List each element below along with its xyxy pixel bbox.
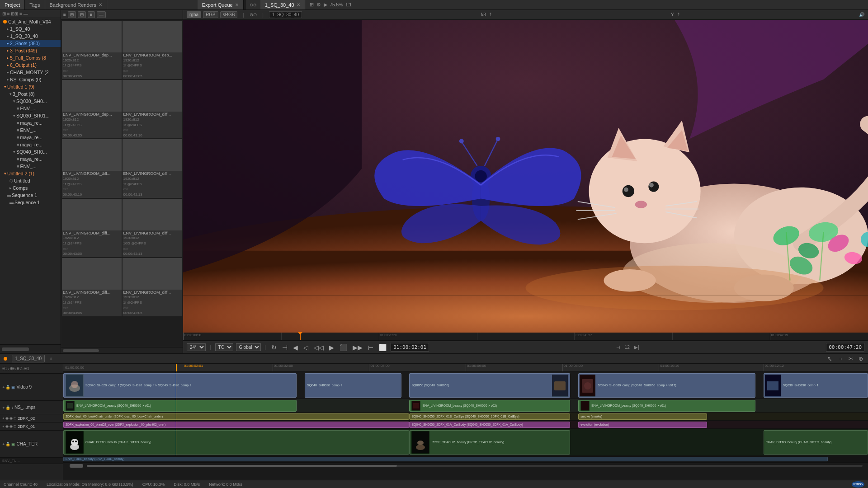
tree-env-a[interactable]: ■ ENV_... [0, 105, 61, 112]
thumb-item-3[interactable]: ENV_LIVINGROOM_dep... 1920x812 1f @24FPS… [62, 80, 122, 138]
btn-fullscreen[interactable]: ⬜ [377, 343, 388, 352]
thumb-item-6[interactable]: ENV_LIVINGROOM_diff... 1920x812 1f @24FP… [123, 139, 182, 197]
clip-char-3[interactable]: CHAR_DITTO_beauty (CHAR_DITTO_beauty) [764, 430, 868, 455]
tab-tags[interactable]: Tags [25, 0, 45, 9]
clip-v9-5[interactable]: SQ030_SH0190_comp_f [764, 373, 868, 398]
tree-sq40[interactable]: ▸ 1_SQ_40 [0, 25, 61, 33]
tree-maya4[interactable]: ■ maya_re... [0, 155, 61, 163]
clip-2dfx01-2[interactable]: SQ040_SH0050_2DFX_01A_CatBody (SQ040_SH0… [409, 422, 570, 428]
tree-output[interactable]: ▸ 6_Output (1) [0, 61, 61, 69]
tl-scroll-track[interactable] [87, 465, 863, 467]
timeline-close-btn[interactable]: ✕ [49, 357, 53, 361]
tree-root[interactable]: Cat_And_Moth_V04 [0, 18, 61, 25]
tree-env-b[interactable]: ■ ENV_... [0, 127, 61, 134]
tree-maya1[interactable]: ■ maya_re... [0, 119, 61, 127]
viewer-time-ruler[interactable]: 01:00:00:00 01:00:20:20 01:00:41:16 01:0… [183, 333, 868, 341]
tab-project[interactable]: Project [0, 0, 25, 9]
project-tree[interactable]: Cat_And_Moth_V04 ▸ 1_SQ_40 ▸ 1_SQ_30_40 … [0, 18, 61, 344]
timeline-tracks-area[interactable]: 01:00:00:00 01:00:02:01 01:00:02:00 01:0… [63, 364, 868, 480]
timeline-tab-name[interactable]: 1_SQ_30_40 [12, 355, 45, 362]
tl-tool-arrow[interactable]: → [836, 356, 844, 362]
viewer-speaker-icon[interactable]: 🔊 [859, 12, 864, 17]
tc-mode-selector[interactable]: TC [215, 343, 233, 351]
thumbnail-grid[interactable]: ENV_LIVINGROOM_dep... 1920x812 1f @24FPS… [61, 20, 183, 347]
clip-2dfx02-3[interactable]: smoke (smoke) [578, 413, 707, 420]
btn-prev-frame[interactable]: ◀ [292, 343, 299, 352]
btn-stop[interactable]: ⬛ [338, 343, 349, 352]
track-eye-2dfx02[interactable]: ● [2, 416, 5, 420]
global-mode-selector[interactable]: Global [236, 343, 261, 351]
tree-untitled1[interactable]: ▾ Untitled 1 (9) [0, 83, 61, 90]
tree-untitled2[interactable]: ▾ Untitled 2 (1) [0, 170, 61, 177]
tree-sq030-sh0a[interactable]: ▾ SQ030_SH0... [0, 98, 61, 105]
tl-tool-select[interactable]: ↖ [826, 355, 834, 362]
track-eye-video9[interactable]: ● [2, 385, 5, 389]
clip-v9-1[interactable]: SQ040_SH020_comp_f (SQ040_SH020_comp_f >… [63, 373, 297, 398]
track-eye-2dfx01[interactable]: ● [2, 424, 5, 428]
thumb-item-1[interactable]: ENV_LIVINGROOM_dep... 1920x812 1f @24FPS… [62, 21, 122, 79]
tree-comps[interactable]: ▸ Comps [0, 184, 61, 192]
tree-sq030-sh0b[interactable]: ▾ SQ030_SH01... [0, 112, 61, 119]
clip-v9-3[interactable]: SQ0050 (SQ040_SH0050) [409, 373, 570, 398]
thumb-scroll-thumb[interactable] [63, 349, 99, 352]
clip-2dfx01-1[interactable]: 2DFX_explosion_00_plant02_over (2DFX_exp… [63, 422, 409, 428]
tl-scroll-bar[interactable] [63, 462, 868, 469]
tree-sequence1a[interactable]: ▬ Sequence 1 [0, 192, 61, 199]
tl-tool-zoom[interactable]: ⊕ [857, 356, 864, 362]
btn-mark-out[interactable]: ⊢ [367, 343, 375, 352]
btn-rgba[interactable]: rgba [187, 11, 201, 18]
tab-sequence[interactable]: 1_SQ_30_40 ✕ [260, 0, 305, 9]
clip-2dfx01-3[interactable]: evolution (evolution) [578, 422, 707, 428]
btn-play-back[interactable]: ◁◁ [312, 343, 325, 352]
btn-srgb[interactable]: sRGB [220, 11, 238, 18]
thumb-item-4[interactable]: ENV_LIVINGROOM_diff... 1920x812 1f @24FP… [123, 80, 182, 138]
btn-play-fwd-btn[interactable]: ▶▶ [351, 343, 364, 352]
thumb-btn-list[interactable]: ⊞ [68, 11, 76, 18]
clip-char-1[interactable]: CHAR_DITTO_beauty (CHAR_DITTO_beauty) [63, 430, 409, 455]
tree-maya2[interactable]: ■ maya_re... [0, 134, 61, 141]
clip-ns-2[interactable]: ENV_LIVINGROOM_beauty (SQ040_SH0050 > v0… [409, 400, 570, 412]
tl-scroll-thumb[interactable] [70, 464, 83, 468]
tab-sequence-close[interactable]: ✕ [297, 2, 300, 7]
tree-post[interactable]: ▸ 3_Post (349) [0, 47, 61, 54]
clip-2dfx02-2[interactable]: SQ040_SH0050_2DFX_01B_CatEye (SQ040_SH00… [409, 413, 570, 420]
tree-sq040[interactable]: ▾ SQ040_SH0... [0, 148, 61, 155]
clip-v9-4[interactable]: SQ040_SH0060_comp (SQ040_SH0060_comp > v… [578, 373, 755, 398]
track-lock-char-ter[interactable]: 🔒 [5, 442, 10, 446]
fps-selector[interactable]: 24* [187, 343, 206, 351]
tree-fullcomps[interactable]: ▸ 5_Full_Comps (8 [0, 54, 61, 61]
tree-sq3040[interactable]: ▸ 1_SQ_30_40 [0, 33, 61, 40]
btn-play-fwd[interactable]: ▶ [328, 343, 335, 352]
tree-ns-comps[interactable]: ▸ NS_Comps (0) [0, 76, 61, 83]
clip-char-2[interactable]: PROP_TEACUP_beauty (PROP_TEACUP_beauty) [409, 430, 570, 455]
tree-sequence1b[interactable]: ▬ Sequence 1 [0, 199, 61, 206]
btn-transport-mark-in[interactable]: ⊣ [281, 343, 289, 352]
tree-shots[interactable]: ▸ 2_Shots (380) [0, 40, 61, 47]
thumb-btn-sort[interactable]: — [97, 11, 106, 18]
track-lock-ns-mps[interactable]: 🔒 [5, 405, 10, 410]
tab-export-queue-close[interactable]: ✕ [235, 2, 239, 7]
panel-scroll-bar[interactable] [0, 344, 61, 353]
tab-bg-renders-close[interactable]: ✕ [99, 2, 102, 7]
btn-rgb[interactable]: RGB [203, 11, 218, 18]
thumb-item-8[interactable]: ENV_LIVINGROOM_diff... 1920x812 100f @24… [123, 199, 182, 257]
clip-ns-1[interactable]: ENV_LIVINGROOM_beauty (SQ040_SH0020 > v0… [63, 400, 297, 412]
thumb-scroll-bar[interactable] [61, 347, 183, 353]
clip-v9-2[interactable]: SQ040_SH0030_comp_f [305, 373, 401, 398]
thumb-toolbar-icon-filter[interactable]: ≡ [63, 12, 66, 17]
tl-tool-blade[interactable]: ✂ [847, 356, 854, 362]
thumb-item-9[interactable]: ENV_LIVINGROOM_diff... 1920x812 1f @24FP… [62, 258, 122, 316]
clip-ns-3[interactable]: ENV_LIVINGROOM_beauty (SQ040_SH0060 > v0… [578, 400, 755, 412]
btn-loop[interactable]: ↻ [270, 343, 278, 352]
tab-export-queue[interactable]: Export Queue ✕ [198, 0, 244, 9]
tree-post8[interactable]: ▾ 3_Post (8) [0, 90, 61, 98]
tab-bg-renders[interactable]: Background Renders ✕ [45, 0, 107, 9]
clip-extra[interactable]: ENV_TUBE_beauty (ENV_TUBE_beauty) [63, 457, 828, 461]
scroll-thumb[interactable] [2, 347, 29, 351]
thumb-item-10[interactable]: ENV_LIVINGROOM_diff... 1920x812 1f @24FP… [123, 258, 182, 316]
tree-env-c[interactable]: ■ ENV_... [0, 163, 61, 170]
track-eye-char-ter[interactable]: ● [2, 442, 5, 446]
thumb-item-5[interactable]: ENV_LIVINGROOM_diff... 1920x812 1f @24FP… [62, 139, 122, 197]
thumb-item-7[interactable]: ENV_LIVINGROOM_diff... 1920x812 1f @24FP… [62, 199, 122, 257]
thumb-btn-grid[interactable]: ⊟ [78, 11, 86, 18]
